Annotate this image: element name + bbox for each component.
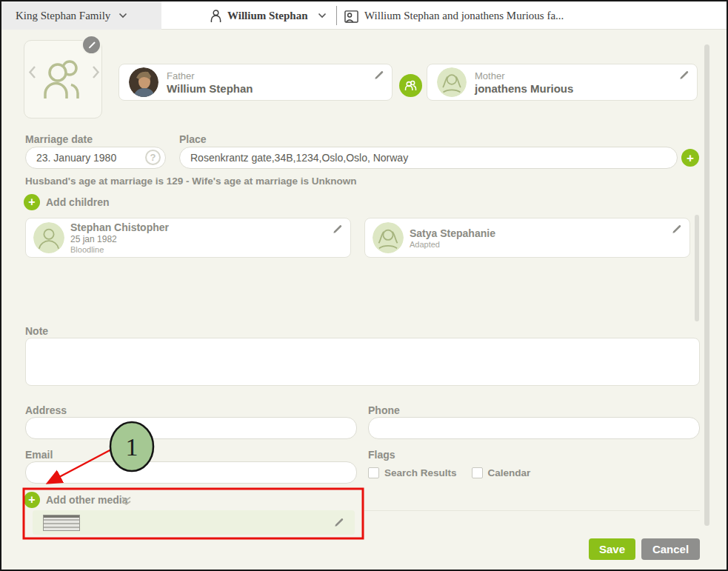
flag-search-results[interactable]: Search Results xyxy=(368,467,457,478)
father-role-label: Father xyxy=(167,70,253,81)
media-item-row[interactable] xyxy=(33,510,355,535)
add-other-media-label: Add other media xyxy=(46,494,127,506)
flags-row: Search Results Calendar xyxy=(368,467,530,478)
section-divider xyxy=(364,510,700,511)
email-input[interactable] xyxy=(25,461,357,484)
note-textarea[interactable] xyxy=(25,338,700,386)
chevron-down-icon xyxy=(118,13,127,19)
phone-label: Phone xyxy=(368,404,400,416)
edit-couple-photo-button[interactable] xyxy=(81,35,101,55)
edit-media-icon[interactable] xyxy=(333,517,344,528)
flag-calendar[interactable]: Calendar xyxy=(472,467,531,478)
family-tab-label: Willium Stephan and jonathens Murious fa… xyxy=(364,10,564,22)
plus-icon: + xyxy=(28,196,35,208)
flag-label: Calendar xyxy=(488,467,531,478)
children-scrollbar[interactable] xyxy=(695,215,699,321)
media-thumbnail[interactable] xyxy=(43,515,80,531)
flags-label: Flags xyxy=(368,449,395,461)
phone-input[interactable] xyxy=(368,417,700,439)
child-relation: Bloodline xyxy=(70,245,169,254)
add-other-media-button[interactable]: + xyxy=(24,492,40,508)
topbar-divider xyxy=(336,6,337,25)
child-card[interactable]: Satya Stepahanie Adapted xyxy=(364,218,690,258)
add-children-label: Add children xyxy=(46,196,110,208)
child-avatar xyxy=(373,222,404,253)
note-label: Note xyxy=(25,325,48,337)
edit-child-icon[interactable] xyxy=(332,224,343,235)
plus-icon: + xyxy=(28,494,35,506)
checkbox-icon[interactable] xyxy=(368,467,379,478)
edit-child-icon[interactable] xyxy=(671,224,682,235)
address-label: Address xyxy=(25,404,67,416)
top-bar: King Stephan Family Willium Stephan Will… xyxy=(1,1,727,30)
mother-card[interactable]: Mother jonathens Murious xyxy=(427,64,698,101)
couple-icon xyxy=(41,59,84,100)
help-icon[interactable]: ? xyxy=(145,150,161,165)
family-tab[interactable]: Willium Stephan and jonathens Murious fa… xyxy=(344,1,564,30)
double-chevron-down-icon[interactable] xyxy=(121,496,132,506)
child-name: Satya Stepahanie xyxy=(410,227,495,239)
plus-icon: + xyxy=(687,152,694,164)
mother-role-label: Mother xyxy=(475,70,573,81)
couple-link-button[interactable] xyxy=(399,74,422,97)
person-selector-label: Willium Stephan xyxy=(227,10,308,22)
child-avatar xyxy=(33,222,64,253)
edit-father-icon[interactable] xyxy=(373,70,384,81)
checkbox-icon[interactable] xyxy=(472,467,483,478)
address-input[interactable] xyxy=(25,417,357,439)
child-name: Stephan Chistopher xyxy=(70,221,169,233)
marriage-age-summary: Husband's age at marriage is 129 - Wife'… xyxy=(25,176,356,187)
add-children-button[interactable]: + xyxy=(24,194,40,210)
couple-link-icon xyxy=(404,80,417,91)
child-birth: 25 jan 1982 xyxy=(70,234,169,244)
family-selector-label: King Stephan Family xyxy=(16,10,110,22)
place-label: Place xyxy=(179,133,207,145)
place-input[interactable] xyxy=(179,147,678,169)
mother-name: jonathens Murious xyxy=(475,82,573,95)
add-place-button[interactable]: + xyxy=(681,149,699,167)
chevron-down-icon[interactable] xyxy=(318,13,327,19)
family-page-icon xyxy=(344,9,358,23)
child-card[interactable]: Stephan Chistopher 25 jan 1982 Bloodline xyxy=(25,218,351,258)
save-button[interactable]: Save xyxy=(589,538,635,560)
email-label: Email xyxy=(25,449,53,461)
pencil-icon xyxy=(87,41,96,50)
flag-label: Search Results xyxy=(384,467,457,478)
father-name: Willium Stephan xyxy=(167,82,253,95)
main-scrollbar[interactable] xyxy=(704,44,709,526)
person-selector[interactable]: Willium Stephan xyxy=(210,1,308,30)
mother-avatar xyxy=(437,67,467,97)
father-avatar xyxy=(129,67,158,97)
marriage-date-label: Marriage date xyxy=(25,133,93,145)
cancel-button[interactable]: Cancel xyxy=(641,538,700,560)
child-relation: Adapted xyxy=(410,240,495,249)
next-couple-icon[interactable] xyxy=(92,65,100,79)
family-selector[interactable]: King Stephan Family xyxy=(1,1,161,30)
person-icon xyxy=(210,9,221,23)
edit-mother-icon[interactable] xyxy=(678,70,689,81)
prev-couple-icon[interactable] xyxy=(28,65,36,79)
family-edit-window: King Stephan Family Willium Stephan Will… xyxy=(0,0,728,571)
father-card[interactable]: Father Willium Stephan xyxy=(118,64,393,101)
